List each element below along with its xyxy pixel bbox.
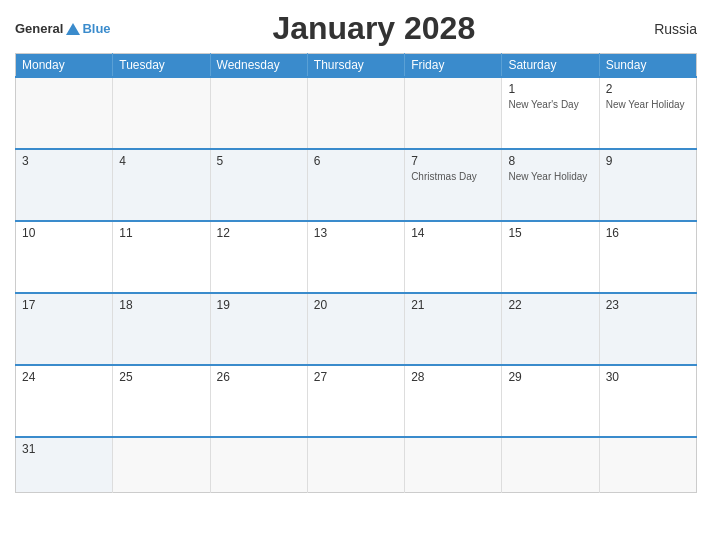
day-cell: 29	[502, 365, 599, 437]
day-cell: 7Christmas Day	[405, 149, 502, 221]
day-number: 2	[606, 82, 690, 96]
day-cell: 20	[307, 293, 404, 365]
day-number: 31	[22, 442, 106, 456]
day-cell: 22	[502, 293, 599, 365]
week-row-2: 34567Christmas Day8New Year Holiday9	[16, 149, 697, 221]
day-cell: 10	[16, 221, 113, 293]
day-cell: 6	[307, 149, 404, 221]
day-cell: 5	[210, 149, 307, 221]
day-cell	[16, 77, 113, 149]
day-number: 30	[606, 370, 690, 384]
week-row-5: 24252627282930	[16, 365, 697, 437]
day-cell	[113, 77, 210, 149]
header-row: MondayTuesdayWednesdayThursdayFridaySatu…	[16, 54, 697, 78]
day-number: 6	[314, 154, 398, 168]
day-cell: 3	[16, 149, 113, 221]
calendar-title: January 2028	[111, 10, 637, 47]
day-cell: 12	[210, 221, 307, 293]
day-cell	[210, 437, 307, 492]
col-header-friday: Friday	[405, 54, 502, 78]
day-cell	[307, 77, 404, 149]
calendar-page: General Blue January 2028 Russia MondayT…	[0, 0, 712, 550]
day-number: 14	[411, 226, 495, 240]
col-header-wednesday: Wednesday	[210, 54, 307, 78]
day-number: 1	[508, 82, 592, 96]
day-cell: 25	[113, 365, 210, 437]
day-cell: 27	[307, 365, 404, 437]
day-number: 28	[411, 370, 495, 384]
day-number: 7	[411, 154, 495, 168]
day-cell: 16	[599, 221, 696, 293]
week-row-6: 31	[16, 437, 697, 492]
day-cell	[599, 437, 696, 492]
logo-blue: Blue	[82, 21, 110, 36]
day-cell	[307, 437, 404, 492]
day-cell: 2New Year Holiday	[599, 77, 696, 149]
day-number: 9	[606, 154, 690, 168]
day-number: 25	[119, 370, 203, 384]
logo-triangle-icon	[66, 23, 80, 35]
day-cell	[502, 437, 599, 492]
day-number: 18	[119, 298, 203, 312]
day-number: 12	[217, 226, 301, 240]
holiday-label: New Year Holiday	[508, 171, 587, 182]
day-number: 5	[217, 154, 301, 168]
col-header-sunday: Sunday	[599, 54, 696, 78]
day-number: 8	[508, 154, 592, 168]
day-cell: 4	[113, 149, 210, 221]
col-header-tuesday: Tuesday	[113, 54, 210, 78]
day-cell: 9	[599, 149, 696, 221]
week-row-4: 17181920212223	[16, 293, 697, 365]
day-number: 16	[606, 226, 690, 240]
logo: General Blue	[15, 21, 111, 36]
day-cell: 11	[113, 221, 210, 293]
day-cell	[405, 437, 502, 492]
day-number: 21	[411, 298, 495, 312]
holiday-label: New Year's Day	[508, 99, 578, 110]
day-number: 19	[217, 298, 301, 312]
day-cell: 13	[307, 221, 404, 293]
day-cell: 30	[599, 365, 696, 437]
day-cell: 17	[16, 293, 113, 365]
day-cell: 21	[405, 293, 502, 365]
day-cell: 28	[405, 365, 502, 437]
day-number: 23	[606, 298, 690, 312]
day-cell: 14	[405, 221, 502, 293]
day-cell: 23	[599, 293, 696, 365]
week-row-1: 1New Year's Day2New Year Holiday	[16, 77, 697, 149]
holiday-label: Christmas Day	[411, 171, 477, 182]
country-label: Russia	[637, 21, 697, 37]
day-number: 22	[508, 298, 592, 312]
day-number: 3	[22, 154, 106, 168]
day-number: 24	[22, 370, 106, 384]
day-cell: 18	[113, 293, 210, 365]
day-number: 29	[508, 370, 592, 384]
day-number: 11	[119, 226, 203, 240]
day-number: 13	[314, 226, 398, 240]
day-cell: 1New Year's Day	[502, 77, 599, 149]
day-number: 4	[119, 154, 203, 168]
col-header-thursday: Thursday	[307, 54, 404, 78]
day-cell	[113, 437, 210, 492]
day-number: 17	[22, 298, 106, 312]
day-number: 20	[314, 298, 398, 312]
day-number: 27	[314, 370, 398, 384]
day-number: 15	[508, 226, 592, 240]
calendar-table: MondayTuesdayWednesdayThursdayFridaySatu…	[15, 53, 697, 493]
week-row-3: 10111213141516	[16, 221, 697, 293]
holiday-label: New Year Holiday	[606, 99, 685, 110]
day-cell: 24	[16, 365, 113, 437]
day-cell: 19	[210, 293, 307, 365]
day-cell: 31	[16, 437, 113, 492]
day-cell	[405, 77, 502, 149]
logo-general: General	[15, 21, 63, 36]
col-header-saturday: Saturday	[502, 54, 599, 78]
day-cell: 15	[502, 221, 599, 293]
col-header-monday: Monday	[16, 54, 113, 78]
day-cell	[210, 77, 307, 149]
day-number: 10	[22, 226, 106, 240]
calendar-header: General Blue January 2028 Russia	[15, 10, 697, 47]
day-cell: 26	[210, 365, 307, 437]
day-number: 26	[217, 370, 301, 384]
day-cell: 8New Year Holiday	[502, 149, 599, 221]
